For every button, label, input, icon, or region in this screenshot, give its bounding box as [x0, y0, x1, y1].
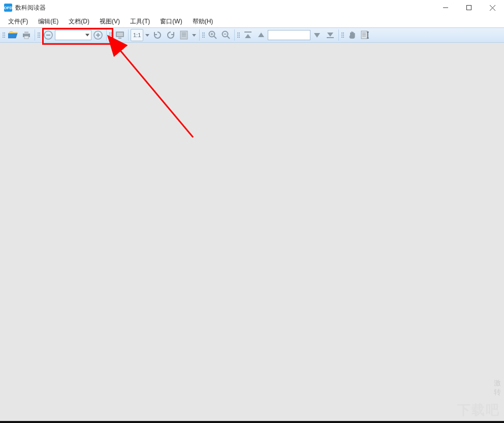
svg-line-20 [214, 36, 216, 39]
first-page-icon [243, 31, 253, 39]
window-title: 数科阅读器 [15, 4, 46, 12]
toolbar-grip [237, 29, 240, 41]
toolbar-grip [202, 29, 205, 41]
folder-open-icon [8, 31, 18, 40]
minus-circle-icon [44, 31, 53, 40]
rotate-ccw-icon [153, 31, 162, 40]
toolbar-separator [128, 29, 129, 41]
app-icon: OFD [4, 4, 12, 12]
svg-rect-15 [180, 31, 187, 39]
menu-help[interactable]: 帮助(H) [187, 16, 218, 27]
printer-icon [22, 31, 31, 40]
site-watermark: 下载吧 [457, 401, 500, 419]
arrow-up-icon [257, 31, 266, 39]
activation-watermark: 激 转 [494, 378, 501, 397]
menu-edit[interactable]: 编辑(E) [33, 16, 64, 27]
page-number-input[interactable] [268, 30, 310, 40]
titlebar: OFD 数科阅读器 [0, 0, 504, 15]
maximize-button[interactable] [457, 0, 481, 15]
hand-icon [348, 31, 357, 40]
zoom-level-combo[interactable] [55, 30, 91, 40]
first-page-button[interactable] [242, 29, 254, 41]
toolbar: 1:1 [0, 27, 504, 43]
plus-circle-icon [93, 31, 103, 40]
window-controls [434, 0, 504, 15]
page-layout-dropdown[interactable] [191, 29, 197, 41]
monitor-icon [115, 31, 124, 39]
svg-rect-14 [118, 38, 121, 39]
svg-rect-1 [467, 6, 471, 10]
magnifier-plus-icon [208, 31, 217, 40]
dropdown-caret-icon [85, 34, 89, 37]
zoom-in-button[interactable] [92, 29, 104, 41]
menu-view[interactable]: 视图(V) [94, 16, 125, 27]
toolbar-separator [106, 29, 107, 41]
menu-window[interactable]: 窗口(W) [155, 16, 187, 27]
magnifier-out-button[interactable] [220, 29, 232, 41]
chevron-down-icon [192, 34, 196, 37]
toolbar-grip [341, 29, 344, 41]
toolbar-separator [35, 29, 35, 41]
prev-page-button[interactable] [255, 29, 267, 41]
print-button[interactable] [20, 29, 33, 41]
last-page-icon [326, 31, 335, 39]
ratio-label: 1:1 [133, 32, 141, 38]
rotate-cw-button[interactable] [165, 29, 177, 41]
last-page-button[interactable] [324, 29, 336, 41]
toolbar-grip [38, 29, 41, 41]
close-icon [490, 5, 495, 11]
open-button[interactable] [7, 29, 19, 41]
zoom-out-button[interactable] [42, 29, 54, 41]
minimize-icon [443, 5, 448, 10]
toolbar-grip [3, 29, 6, 41]
hand-tool-button[interactable] [346, 29, 358, 41]
toolbar-separator [234, 29, 235, 41]
minimize-button[interactable] [434, 0, 457, 15]
svg-rect-13 [117, 33, 123, 36]
arrow-down-icon [312, 31, 322, 39]
rotate-cw-icon [166, 31, 175, 40]
svg-rect-5 [24, 32, 28, 34]
select-text-button[interactable] [359, 29, 371, 41]
taskbar-edge [0, 421, 504, 423]
chevron-down-icon [145, 34, 149, 37]
rotate-ccw-button[interactable] [151, 29, 164, 41]
watermark-line: 转 [494, 387, 501, 397]
toolbar-separator [199, 29, 200, 41]
page-layout-button[interactable] [178, 29, 190, 41]
magnifier-minus-icon [222, 31, 231, 40]
maximize-icon [466, 5, 471, 10]
next-page-button[interactable] [311, 29, 323, 41]
svg-line-24 [227, 36, 230, 39]
svg-rect-6 [24, 36, 28, 39]
page-layout-icon [180, 31, 188, 40]
magnifier-in-button[interactable] [207, 29, 219, 41]
text-select-icon [361, 31, 370, 40]
close-button[interactable] [481, 0, 504, 15]
fit-screen-button[interactable] [114, 29, 126, 41]
menu-tool[interactable]: 工具(T) [125, 16, 155, 27]
menu-file[interactable]: 文件(F) [3, 16, 33, 27]
menubar: 文件(F) 编辑(E) 文档(D) 视图(V) 工具(T) 窗口(W) 帮助(H… [0, 15, 504, 27]
watermark-line: 激 [494, 378, 501, 387]
toolbar-grip [109, 29, 112, 41]
actual-size-dropdown[interactable] [144, 29, 150, 41]
document-area: 激 转 下载吧 [0, 43, 504, 421]
toolbar-separator [338, 29, 339, 41]
menu-doc[interactable]: 文档(D) [64, 16, 94, 27]
actual-size-button[interactable]: 1:1 [131, 29, 143, 41]
